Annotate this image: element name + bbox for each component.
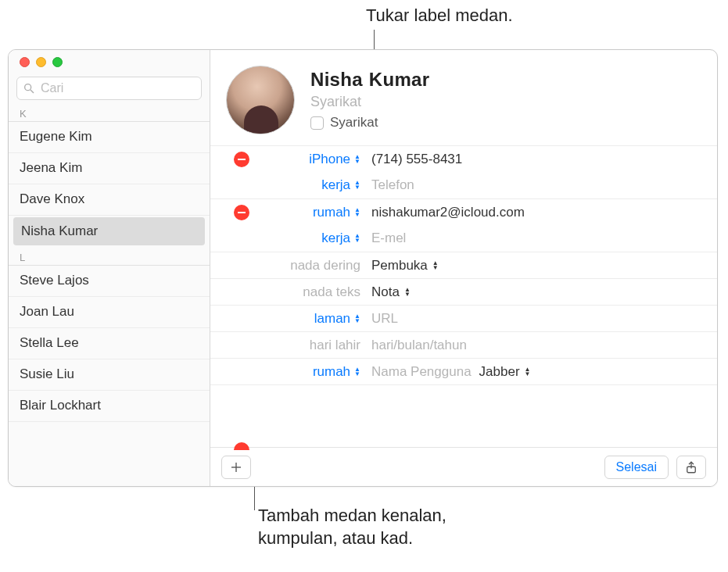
detail-footer: Selesai [210,447,717,486]
list-item[interactable]: Steve Lajos [9,266,210,297]
plus-icon [229,460,243,474]
email-work-placeholder[interactable]: E-mel [367,226,717,251]
ringtone-value: Pembuka [371,258,428,273]
card-header: NishaKumar Syarikat Syarikat [210,61,717,145]
share-icon [684,460,698,474]
phone-label-work[interactable]: kerja ▲▼ [320,176,362,195]
done-button[interactable]: Selesai [604,456,669,479]
chevron-updown-icon: ▲▼ [354,208,360,217]
chevron-updown-icon: ▲▼ [432,261,439,270]
phone-work-placeholder[interactable]: Telefon [367,173,717,198]
chevron-updown-icon: ▲▼ [354,234,360,243]
list-item[interactable]: Joan Lau [9,297,210,328]
close-button[interactable] [20,57,30,67]
email-label-home-text: rumah [313,205,350,220]
sidebar: K Eugene Kim Jeena Kim Dave Knox Nisha K… [9,50,210,486]
remove-phone-button[interactable] [234,152,249,167]
texttone-value: Nota [371,284,400,300]
phone-label-iphone-text: iPhone [309,152,350,167]
fullscreen-button[interactable] [52,57,63,67]
list-item-selected[interactable]: Nisha Kumar [13,217,205,245]
minimize-button[interactable] [36,57,46,67]
callout-add-field: Tambah medan kenalan, kumpulan, atau kad… [258,505,493,549]
share-button[interactable] [676,456,706,479]
phone-iphone-value[interactable]: (714) 555-8431 [367,147,717,172]
im-service-select[interactable]: Jabber ▲▼ [479,364,531,380]
homepage-placeholder[interactable]: URL [367,306,717,331]
remove-email-button[interactable] [234,205,249,220]
chevron-updown-icon: ▲▼ [354,314,360,324]
chevron-updown-icon: ▲▼ [354,181,360,190]
ringtone-label: nada dering [289,256,362,275]
im-label-home[interactable]: rumah ▲▼ [311,363,362,381]
phone-label-work-text: kerja [321,177,350,193]
callout-change-label: Tukar label medan. [366,5,513,27]
chevron-updown-icon: ▲▼ [525,367,531,377]
list-item[interactable]: Susie Liu [9,359,210,391]
email-home-value[interactable]: nishakumar2@icloud.com [367,200,717,225]
last-name[interactable]: Kumar [369,69,430,90]
birthday-placeholder[interactable]: hari/bulan/tahun [367,333,717,358]
email-label-home[interactable]: rumah ▲▼ [311,203,362,222]
list-item[interactable]: Blair Lockhart [9,391,210,422]
birthday-label: hari lahir [308,336,362,355]
search-wrap [16,77,202,100]
avatar[interactable] [226,66,295,134]
contact-list: K Eugene Kim Jeena Kim Dave Knox Nisha K… [9,103,210,422]
im-username-placeholder[interactable]: Nama Pengguna [371,364,472,380]
window-controls [9,50,210,67]
phone-label-iphone[interactable]: iPhone ▲▼ [307,150,362,169]
section-header-k: K [9,103,210,122]
detail-pane: NishaKumar Syarikat Syarikat [210,50,717,486]
ringtone-select[interactable]: Pembuka ▲▼ [371,258,439,273]
list-item[interactable]: Jeena Kim [9,153,210,184]
fields: iPhone ▲▼ (714) 555-8431 kerja ▲▼ [210,145,717,411]
chevron-updown-icon: ▲▼ [354,367,360,377]
add-field-button[interactable] [221,456,251,479]
search-icon [23,82,35,95]
texttone-label: nada teks [301,283,362,302]
email-label-work[interactable]: kerja ▲▼ [320,229,362,248]
im-service-value: Jabber [479,364,520,380]
chevron-updown-icon: ▲▼ [404,288,411,297]
search-input[interactable] [16,77,202,100]
company-checkbox[interactable] [310,116,324,130]
homepage-label-text: laman [314,311,350,327]
im-label-home-text: rumah [313,364,350,380]
contacts-window: K Eugene Kim Jeena Kim Dave Knox Nisha K… [8,49,718,487]
email-label-work-text: kerja [321,231,350,246]
company-checkbox-label: Syarikat [330,115,378,130]
svg-line-1 [30,90,34,93]
list-item[interactable]: Eugene Kim [9,122,210,153]
list-item[interactable]: Stella Lee [9,328,210,359]
contact-name[interactable]: NishaKumar [310,69,436,91]
company-placeholder[interactable]: Syarikat [310,94,436,110]
section-header-l: L [9,247,210,266]
homepage-label[interactable]: laman ▲▼ [313,309,362,328]
first-name[interactable]: Nisha [310,69,363,90]
svg-point-0 [25,84,31,91]
chevron-updown-icon: ▲▼ [354,155,360,164]
list-item[interactable]: Dave Knox [9,184,210,216]
texttone-select[interactable]: Nota ▲▼ [371,284,411,300]
